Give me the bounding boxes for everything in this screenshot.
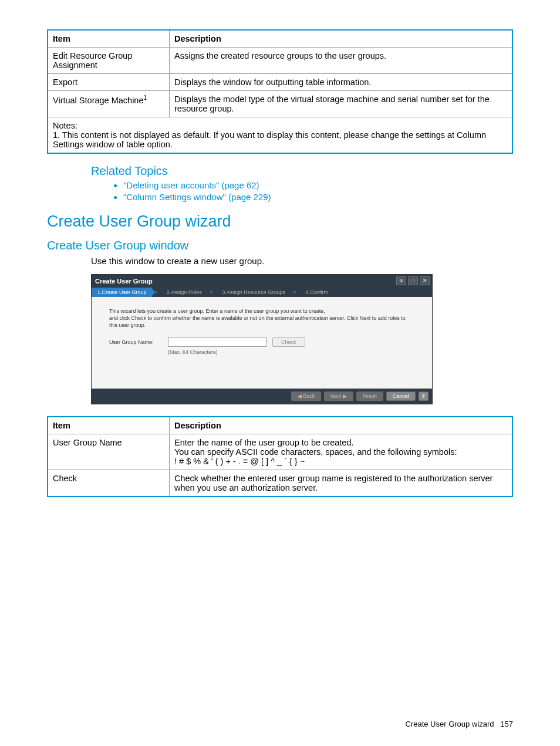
user-group-name-input[interactable] <box>168 337 266 347</box>
notes-label: Notes: <box>53 121 507 130</box>
item-description-table-2: Item Description User Group Name Enter t… <box>47 416 513 497</box>
cell-desc: Enter the name of the user group to be c… <box>170 434 513 470</box>
cell-item: Export <box>48 74 170 91</box>
check-button[interactable]: Check <box>272 337 305 347</box>
wizard-title: Create User Group <box>95 278 153 285</box>
cell-item: Virtual Storage Machine1 <box>48 91 170 117</box>
wizard-step-3[interactable]: 3.Assign Resource Groups <box>216 288 290 297</box>
create-user-group-wizard-screenshot: Create User Group ∓ □ ✕ 1.Create User Gr… <box>91 274 433 404</box>
finish-button[interactable]: Finish <box>356 391 383 401</box>
wizard-titlebar: Create User Group ∓ □ ✕ <box>92 275 432 288</box>
table-row: Check Check whether the entered user gro… <box>48 470 512 497</box>
next-button[interactable]: Next ▶ <box>324 391 353 401</box>
max-chars-hint: (Max. 64 Characters) <box>168 349 414 356</box>
wizard-step-2[interactable]: 2.Assign Roles <box>161 288 207 297</box>
cell-item: Edit Resource Group Assignment <box>48 48 170 74</box>
related-topics-heading: Related Topics <box>47 164 513 178</box>
wizard-footer: ◀ Back Next ▶ Finish Cancel ? <box>92 389 432 404</box>
cell-desc: Assigns the created resource groups to t… <box>170 48 513 74</box>
table1-header-desc: Description <box>170 30 513 48</box>
cell-desc: Displays the model type of the virtual s… <box>170 91 513 117</box>
related-topic-link[interactable]: "Deleting user accounts" (page 62) <box>123 180 513 190</box>
window-close-icon[interactable]: ✕ <box>420 276 430 285</box>
item-description-table-1: Item Description Edit Resource Group Ass… <box>47 29 513 154</box>
table1-header-item: Item <box>48 30 170 48</box>
intro-text: Use this window to create a new user gro… <box>47 256 513 266</box>
section-heading: Create User Group window <box>47 239 513 252</box>
wizard-step-4[interactable]: 4.Confirm <box>299 288 333 297</box>
table-row: Edit Resource Group Assignment Assigns t… <box>48 48 512 74</box>
table2-header-item: Item <box>48 417 170 434</box>
page-title: Create User Group wizard <box>47 212 513 231</box>
window-maximize-icon[interactable]: □ <box>408 276 418 285</box>
table-row: Export Displays the window for outputtin… <box>48 74 512 91</box>
table-row: User Group Name Enter the name of the us… <box>48 434 512 470</box>
table2-header-desc: Description <box>170 417 513 434</box>
related-topics-list: "Deleting user accounts" (page 62) "Colu… <box>47 180 513 202</box>
cell-item: User Group Name <box>48 434 170 470</box>
table-row: Virtual Storage Machine1 Displays the mo… <box>48 91 512 117</box>
cell-desc: Displays the window for outputting table… <box>170 74 513 91</box>
help-button[interactable]: ? <box>419 391 429 401</box>
related-topic-link[interactable]: "Column Settings window" (page 229) <box>123 192 513 202</box>
cancel-button[interactable]: Cancel <box>386 391 416 401</box>
wizard-body: This wizard lets you create a user group… <box>92 297 432 389</box>
cell-desc: Check whether the entered user group nam… <box>170 470 513 497</box>
wizard-steps-bar: 1.Create User Group > 2.Assign Roles > 3… <box>92 288 432 297</box>
window-collapse-icon[interactable]: ∓ <box>396 276 406 285</box>
table-notes-row: Notes: 1. This content is not displayed … <box>48 117 512 154</box>
user-group-name-label: User Group Name: <box>109 339 162 346</box>
notes-text: 1. This content is not displayed as defa… <box>53 130 507 149</box>
wizard-step-1[interactable]: 1.Create User Group <box>92 288 151 297</box>
back-button[interactable]: ◀ Back <box>291 391 322 401</box>
cell-item: Check <box>48 470 170 497</box>
wizard-description: This wizard lets you create a user group… <box>109 308 414 329</box>
